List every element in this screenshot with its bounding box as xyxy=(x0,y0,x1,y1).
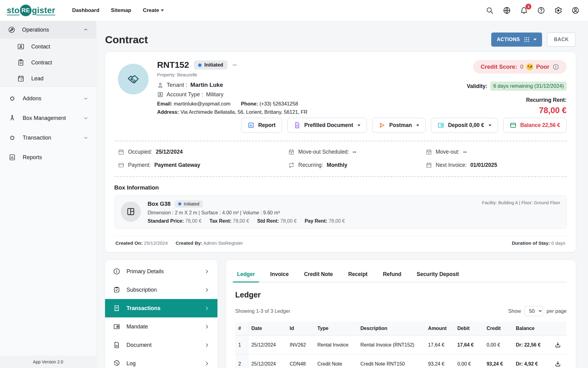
standard-price-field: Standard Price: 78,00 € xyxy=(148,218,202,224)
contract-card-footer: Created On: 25/12/2024 Created By: Admin… xyxy=(114,236,567,247)
address-value: Via Archimede Bellatalla, 56, Lorient, B… xyxy=(180,109,307,115)
ledger-heading: Ledger xyxy=(235,290,567,299)
back-button[interactable]: BACK xyxy=(547,33,576,47)
tab-receipt[interactable]: Receipt xyxy=(348,268,368,282)
phone-label: Phone: xyxy=(241,101,258,106)
help-icon[interactable] xyxy=(537,6,545,14)
box-information-title: Box Information xyxy=(114,184,567,191)
page-size-select[interactable]: 50 xyxy=(525,306,543,316)
reports-icon xyxy=(9,154,16,161)
recurring-rent-label: Recurring Rent: xyxy=(526,97,567,103)
moveout-label: Move-out: xyxy=(436,149,460,155)
duration-field: Duration of Stay: 0 days xyxy=(512,240,565,246)
created-on-field: Created On: 25/12/2024 xyxy=(115,240,168,246)
download-icon[interactable] xyxy=(554,360,564,367)
tab-security-deposit[interactable]: Security Deposit xyxy=(416,268,459,282)
nav-sitemap[interactable]: Sitemap xyxy=(111,7,131,13)
menu-item-document[interactable]: Document xyxy=(105,336,217,354)
account-type-value: Military xyxy=(206,91,224,98)
menu-item-primary-details[interactable]: Primary Details xyxy=(105,262,217,281)
sidebar-item-contact[interactable]: Contact xyxy=(9,39,96,55)
next-invoice-field: Next Invoice: 01/01/2025 xyxy=(426,162,563,168)
row-credit: 0,00 € xyxy=(484,335,513,355)
sidebar-group-operations: Operations Contact Contract xyxy=(0,21,96,87)
payment-card-icon xyxy=(118,162,124,168)
tab-ledger[interactable]: Ledger xyxy=(236,268,255,282)
nav-dashboard[interactable]: Dashboard xyxy=(72,7,100,13)
box-information-card: Box G38 Initiated Dimension : 2 m X 2 m … xyxy=(114,195,567,229)
collapse-dash-icon[interactable] xyxy=(232,64,237,66)
row-date: 25/12/2024 xyxy=(248,335,287,355)
email-field: Email: martinluke@yopmail.com xyxy=(157,101,231,107)
col-num: # xyxy=(235,322,248,335)
col-balance: Balance xyxy=(513,322,551,335)
tab-refund[interactable]: Refund xyxy=(382,268,402,282)
menu-item-label: Transactions xyxy=(126,305,160,312)
box-name: Box G38 xyxy=(148,201,171,207)
sidebar-item-label: Contact xyxy=(31,44,50,50)
notifications-bell-icon[interactable]: 3 xyxy=(520,6,528,14)
search-icon[interactable] xyxy=(486,6,494,14)
report-button[interactable]: Report xyxy=(241,118,282,133)
moveout-scheduled-label: Move-out Scheduled: xyxy=(298,149,349,155)
actions-button[interactable]: ACTIONS xyxy=(491,33,542,47)
recurring-value: Monthly xyxy=(327,162,347,168)
occupied-field: Occupied: 25/12/2024 xyxy=(118,149,288,155)
menu-item-log[interactable]: Log xyxy=(105,354,217,368)
sidebar: Operations Contact Contract xyxy=(0,21,96,368)
sidebar-item-reports[interactable]: Reports xyxy=(0,148,96,167)
menu-item-transactions[interactable]: Transactions xyxy=(105,299,217,317)
status-dot-icon xyxy=(198,63,202,67)
download-icon[interactable] xyxy=(554,341,564,348)
balance-button[interactable]: Balance 22,56 € xyxy=(503,118,567,133)
row-type: Rental Invoice xyxy=(314,335,357,355)
sidebar-item-label: Lead xyxy=(31,75,43,82)
phone-value: (+33) 526341258 xyxy=(259,101,298,106)
sidebar-item-addons[interactable]: Addons xyxy=(0,89,96,108)
info-icon[interactable] xyxy=(552,63,559,70)
chevron-down-icon xyxy=(488,125,492,126)
globe-icon[interactable] xyxy=(503,6,511,14)
occupied-value: 25/12/2024 xyxy=(156,149,183,155)
app-logo[interactable]: stoREgister xyxy=(7,5,55,16)
chevron-down-icon xyxy=(161,10,164,11)
sidebar-item-operations[interactable]: Operations xyxy=(0,21,96,39)
duration-value: 0 days xyxy=(551,240,565,246)
menu-item-mandate[interactable]: Mandate xyxy=(105,317,217,336)
row-num: 2 xyxy=(235,355,248,368)
row-balance: Dr: 4,92 € xyxy=(513,355,551,368)
std-rent-value: 78,00 € xyxy=(280,218,296,224)
prefilled-document-button[interactable]: Prefilled Document xyxy=(287,118,367,133)
menu-item-subscription[interactable]: Subscription xyxy=(105,281,217,299)
chevron-right-icon xyxy=(204,287,209,293)
nav-create[interactable]: Create xyxy=(143,7,164,13)
row-debit: 0,00 € xyxy=(454,355,483,368)
sidebar-item-contract[interactable]: Contract xyxy=(9,55,96,71)
deposit-button[interactable]: Deposit 0,00 € xyxy=(431,118,498,133)
sidebar-item-label: Box Management xyxy=(23,115,66,121)
sad-emoji-icon xyxy=(526,63,533,70)
email-value[interactable]: martinluke@yopmail.com xyxy=(174,101,230,106)
page-title: Contract xyxy=(105,34,148,46)
main-content: Contract ACTIONS BACK RNT152 xyxy=(96,21,588,368)
sidebar-item-transaction[interactable]: Transaction xyxy=(0,128,96,148)
menu-item-label: Subscription xyxy=(126,287,157,293)
contract-summary-card: RNT152 Initiated Property: Beauzelle Ten… xyxy=(105,52,576,252)
calendar-dots-icon xyxy=(426,162,432,168)
showing-count-label: Showing 1-3 of 3 Ledger xyxy=(235,308,290,314)
sidebar-item-box-management[interactable]: Box Management xyxy=(0,108,96,128)
chevron-down-icon xyxy=(83,116,88,121)
sidebar-item-lead[interactable]: Lead xyxy=(9,71,96,86)
std-rent-field: Std Rent: 78,00 € xyxy=(257,218,297,224)
user-profile-icon[interactable] xyxy=(571,6,579,14)
tenant-name[interactable]: Martin Luke xyxy=(190,82,223,88)
table-row: 1 25/12/2024 INV262 Rental Invoice Renta… xyxy=(235,335,567,355)
menu-item-label: Mandate xyxy=(126,324,148,330)
transactions-tabs: Ledger Invoice Credit Note Receipt Refun… xyxy=(235,266,567,282)
tab-invoice[interactable]: Invoice xyxy=(270,268,289,282)
postman-button[interactable]: Postman xyxy=(372,118,426,133)
contract-status-badge: Initiated xyxy=(194,60,227,70)
recurring-rent-value: 78,00 € xyxy=(539,106,567,115)
tab-credit-note[interactable]: Credit Note xyxy=(303,268,334,282)
settings-gear-icon[interactable] xyxy=(554,6,562,14)
